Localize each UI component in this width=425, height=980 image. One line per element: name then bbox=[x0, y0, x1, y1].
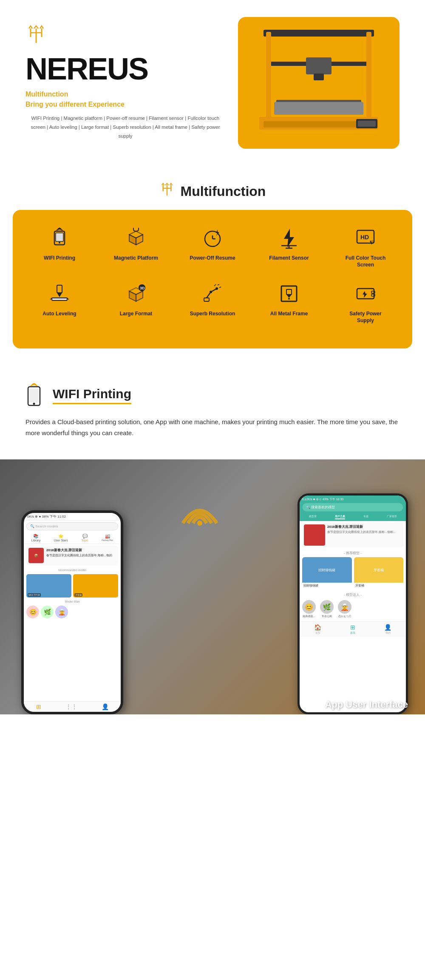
features-box: WIFI Printing Magnetic Platform bbox=[13, 210, 412, 348]
right-model-2-img: 牙签桶 bbox=[354, 557, 404, 583]
svg-point-69 bbox=[33, 403, 35, 405]
right-status-text: 0.12K/s ■ 令☆ 43% 下午 10:33 bbox=[302, 497, 343, 501]
multifunction-trident-icon bbox=[159, 183, 175, 200]
svg-marker-34 bbox=[284, 229, 294, 247]
feature-superb-resolution: Superb Resolution bbox=[189, 281, 236, 317]
large-format-label: Large Format bbox=[120, 311, 153, 317]
svg-point-70 bbox=[34, 383, 35, 384]
left-card-subtitle: 春节是指汉字文化圈传统上的农历新年,每称...每的 bbox=[46, 553, 112, 558]
left-model-2-name: 牙签桶 bbox=[74, 593, 82, 597]
right-model-2-name: 牙签桶 bbox=[354, 583, 404, 589]
right-nav-users[interactable]: 用户之星 bbox=[335, 515, 345, 519]
multifunction-title: Multifunction bbox=[181, 184, 266, 199]
right-section-label: - 推荐模型 - bbox=[302, 549, 403, 557]
right-bottom-grid[interactable]: ⊞ 发现 bbox=[350, 624, 355, 635]
left-search-placeholder: Search models bbox=[35, 524, 58, 528]
right-featured-subtitle: 春节是指汉字文化圈传统上的农历新年,俗称...俗称... bbox=[327, 530, 396, 534]
magnetic-platform-label: Magnetic Platform bbox=[114, 255, 158, 262]
svg-line-56 bbox=[214, 284, 216, 286]
right-bottom-bar: 🏠 首页 ⊞ 发现 👤 我的 bbox=[300, 621, 406, 637]
svg-point-62 bbox=[288, 298, 290, 300]
filament-sensor-icon bbox=[278, 225, 300, 251]
phone-area: 0K/s ⊕ ● 38% 下午 11:02 🔍 Search models 📚 … bbox=[0, 459, 425, 714]
all-metal-frame-label: All Metal Frame bbox=[270, 311, 308, 317]
power-off-resume-label: Power-Off Resume bbox=[190, 255, 235, 262]
right-model-2: 牙签桶 牙签桶 bbox=[354, 557, 404, 589]
left-avatar-2: 🌿 bbox=[41, 606, 54, 618]
svg-rect-51 bbox=[204, 298, 209, 301]
phones-container: 0K/s ⊕ ● 38% 下午 11:02 🔍 Search models 📚 … bbox=[0, 468, 425, 714]
feature-filament-sensor: Filament Sensor bbox=[266, 225, 312, 262]
svg-rect-5 bbox=[264, 30, 374, 37]
app-ui-label: App User Interface bbox=[325, 699, 408, 710]
right-model-1-img: 招财猫钱罐 bbox=[302, 557, 352, 583]
feature-wifi-printing: WIFI Printing bbox=[36, 225, 83, 262]
right-bottom-user[interactable]: 👤 我的 bbox=[384, 624, 391, 635]
nav-library[interactable]: 📚 Library bbox=[31, 534, 40, 542]
svg-rect-60 bbox=[286, 289, 292, 295]
power-off-resume-icon bbox=[201, 225, 224, 251]
left-avatar-row: 😊 🌿 🧝 bbox=[26, 604, 118, 620]
svg-marker-66 bbox=[363, 291, 367, 298]
right-model-1: 招财猫钱罐 招财猫钱罐 bbox=[302, 557, 352, 589]
left-bottom-home[interactable]: ⊞ bbox=[36, 703, 41, 710]
wifi-section-title: WIFI Printing bbox=[53, 387, 131, 404]
left-search-bar: 🔍 Search models bbox=[26, 522, 118, 530]
svg-marker-61 bbox=[286, 295, 292, 298]
right-nav-factory[interactable]: 厂家推荐 bbox=[387, 515, 397, 519]
right-status-bar: 0.12K/s ■ 令☆ 43% 下午 10:33 🔍 搜索喜欢的模型 bbox=[300, 496, 406, 513]
right-nav-models[interactable]: 模型库 bbox=[309, 515, 317, 519]
right-featured-thumb bbox=[304, 524, 325, 546]
right-model-man-label: - 模型达人 - bbox=[302, 591, 403, 599]
auto-leveling-icon bbox=[48, 281, 71, 306]
svg-line-57 bbox=[218, 284, 219, 285]
feature-auto-leveling: Auto Leveling bbox=[36, 281, 83, 317]
phone-right-screen: 0.12K/s ■ 令☆ 43% 下午 10:33 🔍 搜索喜欢的模型 模型库 … bbox=[300, 496, 406, 712]
printer-svg bbox=[251, 23, 387, 142]
right-avatar-2: 🌿 常在心闻 bbox=[320, 600, 334, 618]
left-section-label: recommanded model bbox=[26, 567, 118, 573]
svg-rect-12 bbox=[314, 74, 324, 80]
svg-point-54 bbox=[210, 291, 212, 293]
right-nav-topic[interactable]: 专题 bbox=[363, 515, 368, 519]
svg-line-58 bbox=[219, 287, 221, 288]
right-bottom-home[interactable]: 🏠 首页 bbox=[314, 624, 321, 635]
features-row-1: WIFI Printing Magnetic Platform bbox=[21, 225, 404, 268]
nav-user-stars[interactable]: ⭐ User Stars bbox=[54, 534, 68, 542]
hero-features: WIFI Printing | Magnetic platform | Powe… bbox=[26, 114, 225, 140]
right-phone-nav: 模型库 用户之星 专题 厂家推荐 bbox=[300, 513, 406, 521]
nav-factory-rec[interactable]: 🏭 Factory Rec bbox=[102, 534, 113, 542]
left-model-1-name: MKS TFT28 bbox=[28, 593, 41, 597]
svg-text:3D: 3D bbox=[140, 286, 145, 290]
left-bottom-user[interactable]: 👤 bbox=[102, 703, 109, 710]
right-phone-content: 2018新春大吉,辞旧迎新 春节是指汉字文化圈传统上的农历新年,俗称...俗称.… bbox=[300, 521, 406, 621]
multifunction-title-row: Multifunction bbox=[0, 166, 425, 210]
magnetic-platform-icon bbox=[125, 225, 147, 251]
hd-screen-icon: HD bbox=[354, 225, 377, 251]
left-model-1: MKS TFT28 bbox=[26, 574, 71, 598]
feature-power-off-resume: Power-Off Resume bbox=[189, 225, 236, 262]
safety-power-supply-label: Safety Power Supply bbox=[342, 311, 389, 324]
right-model-grid: 招财猫钱罐 招财猫钱罐 牙签桶 牙签桶 bbox=[302, 557, 403, 589]
right-search-placeholder: 搜索喜欢的模型 bbox=[311, 505, 335, 509]
svg-point-40 bbox=[371, 240, 374, 243]
right-model-1-name: 招财猫钱罐 bbox=[302, 583, 352, 589]
left-model-man-label: Model Man bbox=[26, 599, 118, 604]
tagline-line1: Multifunction bbox=[26, 89, 225, 99]
hero-tagline: Multifunction Bring you different Experi… bbox=[26, 89, 225, 110]
right-featured-card: 2018新春大吉,辞旧迎新 春节是指汉字文化圈传统上的农历新年,俗称...俗称.… bbox=[302, 523, 403, 547]
feature-safety-power-supply: Safety Power Supply bbox=[342, 281, 389, 324]
svg-rect-13 bbox=[266, 32, 271, 119]
hero-section: NEREUS Multifunction Bring you different… bbox=[0, 0, 425, 166]
hero-left: NEREUS Multifunction Bring you different… bbox=[26, 25, 238, 140]
auto-leveling-label: Auto Leveling bbox=[42, 311, 76, 317]
wifi-phone-icon bbox=[26, 382, 46, 408]
nav-topic[interactable]: 💬 Topic bbox=[81, 534, 88, 542]
left-bottom-grid[interactable]: ⋮⋮ bbox=[65, 703, 77, 710]
svg-rect-43 bbox=[52, 298, 67, 300]
left-phone-nav: 📚 Library ⭐ User Stars 💬 Topic 🏭 Factory… bbox=[24, 532, 121, 544]
trident-icon bbox=[26, 25, 225, 50]
filament-sensor-label: Filament Sensor bbox=[269, 255, 309, 262]
left-model-2: 牙签桶 bbox=[73, 574, 118, 598]
superb-resolution-label: Superb Resolution bbox=[190, 311, 235, 317]
